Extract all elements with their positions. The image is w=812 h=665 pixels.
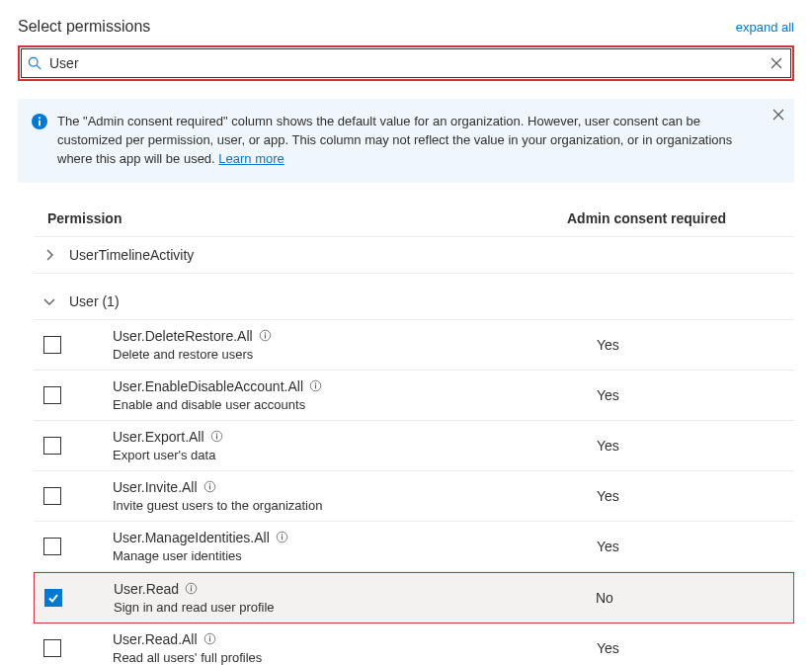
permission-description: Invite guest users to the organization <box>113 498 597 513</box>
permission-row: User.Read.AllRead all users' full profil… <box>34 623 794 665</box>
svg-point-5 <box>39 117 41 119</box>
permission-name: User.DeleteRestore.All <box>113 328 253 344</box>
consent-value: Yes <box>597 337 794 353</box>
info-icon[interactable] <box>203 632 216 645</box>
svg-point-22 <box>282 534 283 535</box>
checkmark-icon <box>47 592 59 604</box>
permission-row: User.DeleteRestore.AllDelete and restore… <box>34 320 794 371</box>
info-icon[interactable] <box>309 379 322 392</box>
permission-description: Read all users' full profiles <box>113 650 597 665</box>
info-icon[interactable] <box>185 582 198 595</box>
column-consent: Admin consent required <box>567 210 794 226</box>
info-icon[interactable] <box>276 531 288 543</box>
svg-rect-20 <box>209 485 210 489</box>
permission-checkbox[interactable] <box>43 336 61 354</box>
category-label: UserTimelineActivity <box>69 247 194 263</box>
permission-description: Sign in and read user profile <box>114 600 596 615</box>
expand-all-link[interactable]: expand all <box>736 20 794 35</box>
consent-value: Yes <box>597 387 794 403</box>
permission-checkbox[interactable] <box>43 538 61 555</box>
svg-point-10 <box>264 332 265 333</box>
info-icon[interactable] <box>259 329 272 342</box>
learn-more-link[interactable]: Learn more <box>218 151 284 166</box>
svg-point-28 <box>208 635 209 636</box>
permission-row: User.Export.AllExport user's dataYes <box>34 421 794 471</box>
info-icon[interactable] <box>210 430 223 443</box>
consent-value: Yes <box>597 488 794 504</box>
page-title: Select permissions <box>18 18 150 36</box>
permissions-table: Permission Admin consent required UserTi… <box>18 203 794 665</box>
chevron-down-icon <box>43 295 59 307</box>
permission-row: User.EnableDisableAccount.AllEnable and … <box>34 371 794 421</box>
svg-rect-14 <box>315 384 316 388</box>
permission-description: Manage user identities <box>113 548 597 563</box>
permission-name: User.Invite.All <box>113 479 198 495</box>
search-input[interactable] <box>47 54 769 72</box>
svg-rect-26 <box>191 587 192 591</box>
svg-point-0 <box>29 57 38 66</box>
clear-search-icon[interactable] <box>769 57 784 69</box>
consent-value: Yes <box>597 539 794 554</box>
svg-point-19 <box>208 483 209 484</box>
search-icon <box>28 56 41 70</box>
svg-rect-23 <box>282 536 283 540</box>
svg-rect-11 <box>265 334 266 338</box>
svg-rect-29 <box>209 637 210 641</box>
consent-value: No <box>596 590 793 606</box>
category-label: User (1) <box>69 293 120 309</box>
permission-name: User.Export.All <box>113 429 204 445</box>
svg-rect-17 <box>216 435 217 439</box>
permission-checkbox[interactable] <box>43 639 61 657</box>
permission-checkbox[interactable] <box>43 487 61 505</box>
permission-description: Delete and restore users <box>113 347 597 362</box>
search-container <box>18 45 794 81</box>
close-banner-icon[interactable] <box>772 109 784 121</box>
category-row-expanded[interactable]: User (1) <box>34 284 794 320</box>
permission-name: User.Read.All <box>113 631 198 647</box>
permission-description: Enable and disable user accounts <box>113 397 597 412</box>
consent-value: Yes <box>597 640 794 656</box>
permission-name: User.ManageIdentities.All <box>113 530 270 545</box>
svg-rect-6 <box>39 121 41 126</box>
info-icon <box>32 114 47 169</box>
permission-checkbox[interactable] <box>43 437 61 455</box>
permission-name: User.EnableDisableAccount.All <box>113 378 303 394</box>
banner-text: The "Admin consent required" column show… <box>57 114 732 166</box>
permission-row: User.ManageIdentities.AllManage user ide… <box>34 522 794 572</box>
category-row-collapsed[interactable]: UserTimelineActivity <box>34 237 794 274</box>
svg-point-25 <box>191 585 192 586</box>
permission-name: User.Read <box>114 581 179 597</box>
column-permission: Permission <box>34 210 567 226</box>
svg-point-13 <box>315 382 316 383</box>
permission-row: User.Invite.AllInvite guest users to the… <box>34 471 794 522</box>
consent-value: Yes <box>597 438 794 454</box>
permission-row: User.ReadSign in and read user profileNo <box>34 572 794 623</box>
permission-checkbox[interactable] <box>44 589 62 607</box>
permission-description: Export user's data <box>113 448 597 462</box>
chevron-right-icon <box>43 249 59 261</box>
svg-line-1 <box>37 65 41 69</box>
info-icon[interactable] <box>203 480 216 493</box>
svg-point-16 <box>215 433 216 434</box>
permission-checkbox[interactable] <box>43 386 61 404</box>
info-banner: The "Admin consent required" column show… <box>18 99 794 183</box>
